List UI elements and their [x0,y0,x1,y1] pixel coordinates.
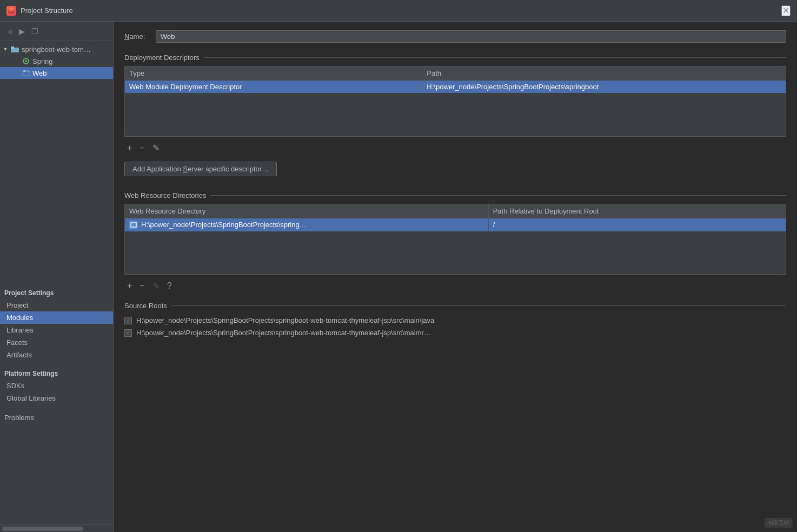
sidebar-nav-area: Project Settings Project Modules Librari… [0,285,113,524]
name-row: Name: [124,30,786,43]
wrd-add-button[interactable]: + [124,280,135,292]
sidebar-item-project[interactable]: Project [0,299,113,311]
sidebar-tree: ▼ springboot-web-tom… [0,41,113,285]
sidebar: ◀ ▶ ❐ ▼ springboot-web-tom… [0,22,114,532]
forward-button[interactable]: ▶ [17,26,27,37]
deployment-descriptors-header: Deployment Descriptors [124,54,786,62]
sidebar-item-sdks[interactable]: SDKs [0,380,113,392]
sidebar-scrollbar-area [0,524,113,532]
title-bar: Project Structure ✕ [0,0,797,22]
web-resource-directories-table: Web Resource Directory Path Relative to … [124,204,786,275]
web-icon [22,69,30,77]
deployment-remove-button[interactable]: − [137,142,147,154]
wrd-folder-icon [129,221,138,229]
col-path: Path [422,66,786,81]
expand-arrow-web [13,70,19,76]
wrd-relpath-cell: / [488,218,786,231]
sidebar-item-facets[interactable]: Facets [0,336,113,349]
col-rel-path: Path Relative to Deployment Root [488,204,786,218]
source-roots-section: Source Roots H:\power_node\Projects\Spri… [124,302,786,339]
content-panel: Name: Deployment Descriptors Type Path W… [114,22,797,532]
expand-arrow-spring [13,58,19,64]
deployment-descriptors-table: Type Path Web Module Deployment Descript… [124,66,786,137]
wrd-dir-content: H:\power_node\Projects\SpringBootProject… [129,221,484,229]
sidebar-item-modules[interactable]: Modules [0,311,113,324]
tree-label-spring: Spring [32,57,53,65]
source-root-label-1: H:\power_node\Projects\SpringBootProject… [136,329,431,337]
wrd-row-0[interactable]: H:\power_node\Projects\SpringBootProject… [125,218,786,231]
sidebar-horizontal-scrollbar[interactable] [2,527,83,531]
add-server-button[interactable]: Add Application Server specific descript… [124,162,277,176]
spring-icon [22,57,30,65]
name-label: Name: [124,32,151,41]
sidebar-divider [0,408,113,408]
title-bar-left: Project Structure [6,6,73,16]
svg-rect-4 [11,46,14,49]
col-type: Type [125,66,422,81]
web-resource-directories-header: Web Resource Directories [124,191,786,200]
wrd-empty-row [125,231,786,275]
tree-label-web: Web [32,69,47,77]
sidebar-item-artifacts[interactable]: Artifacts [0,349,113,361]
source-root-checkbox-1[interactable] [124,329,132,337]
svg-rect-2 [10,8,12,9]
deployment-table-empty-row [125,93,786,136]
sidebar-item-global-libraries[interactable]: Global Libraries [0,392,113,404]
watermark: 创新互联 [765,518,793,528]
back-button[interactable]: ◀ [4,26,15,37]
source-root-checkbox-0[interactable] [124,317,132,324]
svg-point-9 [23,71,24,71]
expand-arrow-root: ▼ [2,46,9,52]
tree-label-root: springboot-web-tom… [22,45,91,54]
tree-item-web[interactable]: Web [0,67,113,79]
wrd-dir-cell: H:\power_node\Projects\SpringBootProject… [125,218,489,231]
wrd-header-row: Web Resource Directory Path Relative to … [125,204,786,218]
source-roots-header: Source Roots [124,302,786,310]
deployment-descriptors-toolbar: + − ✎ [124,141,786,155]
copy-button[interactable]: ❐ [29,26,41,37]
deployment-edit-button[interactable]: ✎ [150,142,162,154]
window-title: Project Structure [21,6,73,15]
deployment-table-header-row: Type Path [125,66,786,81]
platform-settings-header: Platform Settings [0,365,113,380]
descriptor-path-cell: H:\power_node\Projects\SpringBootProject… [422,81,786,94]
tree-item-root[interactable]: ▼ springboot-web-tom… [0,43,113,55]
wrd-help-button[interactable]: ? [164,280,175,292]
wrd-dir-label: H:\power_node\Projects\SpringBootProject… [141,221,307,229]
add-server-label: Add Application Server specific descript… [132,165,269,173]
source-root-row-0: H:\power_node\Projects\SpringBootProject… [124,314,786,327]
folder-icon-root [11,45,19,54]
deployment-descriptor-row[interactable]: Web Module Deployment Descriptor H:\powe… [125,81,786,94]
project-settings-header: Project Settings [0,285,113,299]
wrd-remove-button[interactable]: − [137,280,147,292]
wrd-edit-button[interactable]: ✎ [150,280,162,292]
sidebar-item-problems[interactable]: Problems [0,411,113,424]
nav-toolbar: ◀ ▶ ❐ [0,22,113,41]
col-wrd: Web Resource Directory [125,204,489,218]
close-button[interactable]: ✕ [781,5,791,16]
tree-item-spring[interactable]: Spring [0,55,113,67]
source-root-row-1: H:\power_node\Projects\SpringBootProject… [124,327,786,339]
descriptor-type-cell: Web Module Deployment Descriptor [125,81,422,94]
wrd-toolbar: + − ✎ ? [124,279,786,293]
sidebar-item-libraries[interactable]: Libraries [0,324,113,336]
app-icon [6,6,16,16]
name-input[interactable] [156,30,786,43]
deployment-add-button[interactable]: + [124,142,135,154]
main-container: ◀ ▶ ❐ ▼ springboot-web-tom… [0,22,797,532]
source-root-label-0: H:\power_node\Projects\SpringBootProject… [136,316,434,324]
